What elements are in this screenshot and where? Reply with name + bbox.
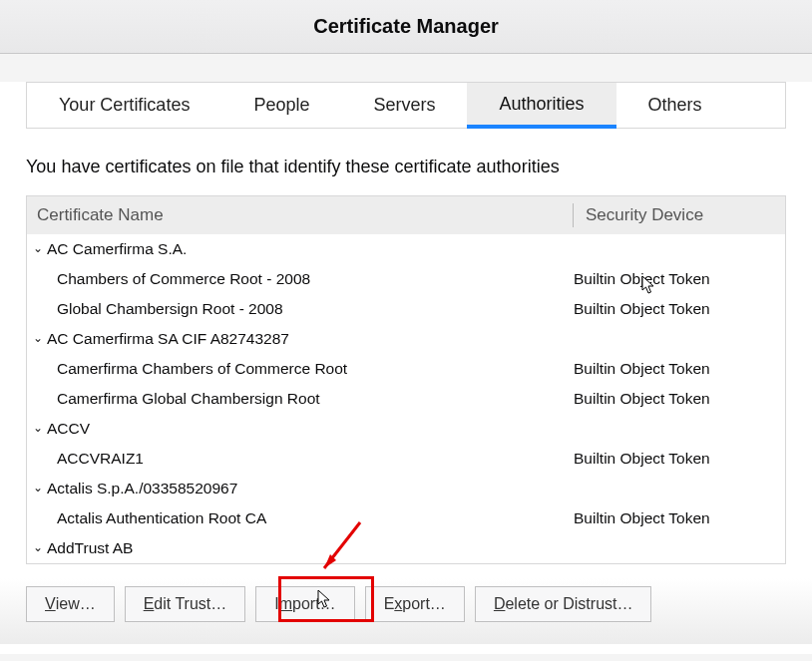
table-group-row[interactable]: ⌄ACCV xyxy=(27,414,785,444)
group-name: AC Camerfirma S.A. xyxy=(47,240,574,258)
table-row[interactable]: Camerfirma Chambers of Commerce RootBuil… xyxy=(27,354,785,384)
cert-device: Builtin Object Token xyxy=(574,509,785,527)
table-group-row[interactable]: ⌄AC Camerfirma SA CIF A82743287 xyxy=(27,324,785,354)
tab-description: You have certificates on file that ident… xyxy=(26,157,786,177)
table-row[interactable]: ACCVRAIZ1Builtin Object Token xyxy=(27,444,785,474)
dialog-header: Certificate Manager xyxy=(0,0,812,54)
table-row[interactable]: Chambers of Commerce Root - 2008Builtin … xyxy=(27,264,785,294)
tab-your-certificates[interactable]: Your Certificates xyxy=(27,83,221,128)
cert-device: Builtin Object Token xyxy=(574,450,785,468)
dialog-title: Certificate Manager xyxy=(313,15,499,38)
group-name: AddTrust AB xyxy=(47,539,574,557)
chevron-down-icon: ⌄ xyxy=(31,332,45,346)
chevron-down-icon: ⌄ xyxy=(31,482,45,496)
delete-distrust-button[interactable]: Delete or Distrust… xyxy=(475,586,652,622)
table-row[interactable]: Global Chambersign Root - 2008Builtin Ob… xyxy=(27,294,785,324)
chevron-down-icon: ⌄ xyxy=(31,242,45,256)
cert-device: Builtin Object Token xyxy=(574,300,785,318)
tab-others[interactable]: Others xyxy=(616,83,734,128)
button-bar: View… Edit Trust… Import… Export… Delete… xyxy=(0,578,812,644)
table-group-row[interactable]: ⌄AC Camerfirma S.A. xyxy=(27,234,785,264)
table-row[interactable]: Actalis Authentication Root CABuiltin Ob… xyxy=(27,503,785,533)
certificate-table: Certificate Name Security Device ⌄AC Cam… xyxy=(26,195,786,564)
group-name: ACCV xyxy=(47,420,574,438)
cert-name: Actalis Authentication Root CA xyxy=(57,509,574,527)
cert-device: Builtin Object Token xyxy=(574,390,785,408)
tab-people[interactable]: People xyxy=(221,83,341,128)
cert-device: Builtin Object Token xyxy=(574,360,785,378)
content-area: Your Certificates People Servers Authori… xyxy=(0,82,812,654)
import-button[interactable]: Import… xyxy=(255,586,354,622)
cert-device: Builtin Object Token xyxy=(574,270,785,288)
column-header-name[interactable]: Certificate Name xyxy=(27,205,573,225)
view-button[interactable]: View… xyxy=(26,586,115,622)
cert-name: ACCVRAIZ1 xyxy=(57,450,574,468)
table-body[interactable]: ⌄AC Camerfirma S.A.Chambers of Commerce … xyxy=(27,234,785,563)
export-button[interactable]: Export… xyxy=(365,586,465,622)
chevron-down-icon: ⌄ xyxy=(31,541,45,555)
cert-name: Camerfirma Chambers of Commerce Root xyxy=(57,360,574,378)
tab-servers[interactable]: Servers xyxy=(341,83,467,128)
table-group-row[interactable]: ⌄Actalis S.p.A./03358520967 xyxy=(27,474,785,503)
group-name: Actalis S.p.A./03358520967 xyxy=(47,480,574,497)
tab-authorities[interactable]: Authorities xyxy=(467,83,615,129)
cert-name: Camerfirma Global Chambersign Root xyxy=(57,390,574,408)
tabstrip: Your Certificates People Servers Authori… xyxy=(26,82,786,129)
edit-trust-button[interactable]: Edit Trust… xyxy=(125,586,246,622)
cert-name: Chambers of Commerce Root - 2008 xyxy=(57,270,574,288)
table-row[interactable]: Camerfirma Global Chambersign RootBuilti… xyxy=(27,384,785,414)
column-header-device[interactable]: Security Device xyxy=(574,205,785,225)
cert-name: Global Chambersign Root - 2008 xyxy=(57,300,574,318)
table-header: Certificate Name Security Device xyxy=(27,196,785,234)
group-name: AC Camerfirma SA CIF A82743287 xyxy=(47,330,574,348)
table-group-row[interactable]: ⌄AddTrust AB xyxy=(27,533,785,563)
chevron-down-icon: ⌄ xyxy=(31,422,45,436)
